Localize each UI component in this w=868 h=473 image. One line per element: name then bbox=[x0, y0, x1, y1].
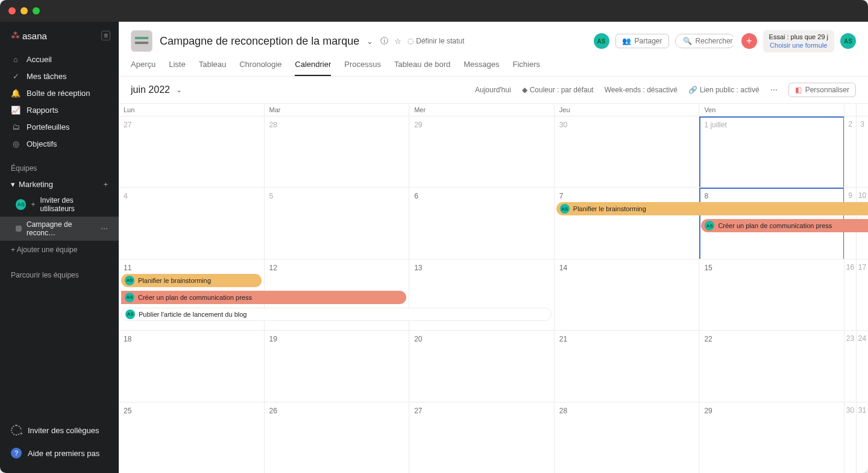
event-title: Planifier le brainstorming bbox=[573, 205, 646, 212]
calendar-cell[interactable]: 7 bbox=[554, 188, 699, 258]
day-number: 11 bbox=[124, 264, 131, 272]
add-team-button[interactable]: + Ajouter une équipe bbox=[0, 241, 119, 259]
minimize-window-icon[interactable] bbox=[20, 7, 28, 14]
assignee-avatar: AS bbox=[705, 221, 714, 230]
calendar-event[interactable]: ASPublier l'article de lancement du blog bbox=[121, 308, 552, 321]
share-button[interactable]: 👥 Partager bbox=[615, 34, 669, 48]
calendar-cell[interactable]: 20 bbox=[409, 331, 554, 401]
calendar-cell[interactable]: 14 bbox=[554, 259, 699, 330]
trial-link[interactable]: Choisir une formule bbox=[770, 42, 827, 49]
chart-icon: 📈 bbox=[11, 105, 20, 115]
teams-section-label: Équipes bbox=[0, 156, 119, 176]
nav-chart[interactable]: 📈Rapports bbox=[0, 101, 119, 118]
today-button[interactable]: Aujourd'hui bbox=[475, 86, 511, 94]
trial-banner[interactable]: Essai : plus que 29 j Choisir une formul… bbox=[763, 30, 834, 52]
calendar-cell[interactable]: 30 bbox=[554, 116, 699, 187]
add-button[interactable]: + bbox=[741, 33, 757, 49]
member-avatar[interactable]: AS bbox=[594, 33, 609, 49]
color-option[interactable]: ◆ Couleur : par défaut bbox=[522, 86, 594, 94]
calendar-cell[interactable]: 22 bbox=[699, 331, 844, 401]
calendar-event[interactable]: ASCréer un plan de communication press bbox=[121, 291, 406, 304]
day-number: 22 bbox=[704, 335, 712, 343]
calendar-cell[interactable]: 27 bbox=[409, 402, 554, 473]
close-window-icon[interactable] bbox=[8, 7, 16, 14]
nav-label: Objectifs bbox=[27, 139, 57, 148]
info-icon[interactable]: ⓘ bbox=[380, 36, 388, 46]
tabs-bar: AperçuListeTableauChronologieCalendrierP… bbox=[131, 60, 856, 76]
tab-tableau de bord[interactable]: Tableau de bord bbox=[394, 60, 450, 76]
user-avatar[interactable]: AS bbox=[840, 33, 856, 49]
day-number: 20 bbox=[414, 335, 422, 343]
more-options-icon[interactable]: ⋯ bbox=[770, 86, 778, 94]
search-box[interactable]: 🔍 bbox=[675, 34, 735, 48]
customize-button[interactable]: ◧ Personnaliser bbox=[788, 83, 856, 97]
set-status-button[interactable]: ◌ Définir le statut bbox=[407, 37, 464, 45]
calendar-cell[interactable]: 18 bbox=[119, 331, 264, 401]
maximize-window-icon[interactable] bbox=[33, 7, 40, 14]
calendar-cell[interactable]: 29 bbox=[409, 116, 554, 187]
weekend-cell: 16 bbox=[844, 259, 856, 330]
weekend-cell: 2 bbox=[844, 116, 856, 187]
help-button[interactable]: ? Aide et premiers pas bbox=[0, 442, 119, 465]
calendar-cell[interactable]: 6 bbox=[409, 188, 554, 258]
day-number: 28 bbox=[269, 121, 277, 129]
browse-teams-link[interactable]: Parcourir les équipes bbox=[0, 259, 119, 291]
window-titlebar bbox=[0, 0, 868, 22]
month-chevron-down-icon[interactable]: ⌄ bbox=[176, 86, 182, 94]
calendar-cell[interactable]: 1 juillet bbox=[699, 116, 844, 187]
calendar-cell[interactable]: 15 bbox=[699, 259, 844, 330]
calendar-cell[interactable]: 21 bbox=[554, 331, 699, 401]
calendar-cell[interactable]: 5 bbox=[264, 188, 409, 258]
day-number: 28 bbox=[559, 407, 567, 415]
team-row[interactable]: ▾Marketing + bbox=[0, 176, 119, 192]
event-title: Créer un plan de communication press bbox=[138, 294, 252, 301]
calendar-cell[interactable]: 27 bbox=[119, 116, 264, 187]
star-icon[interactable]: ☆ bbox=[394, 37, 401, 46]
nav-label: Mes tâches bbox=[27, 72, 66, 81]
nav-folder[interactable]: 🗂Portefeuilles bbox=[0, 118, 119, 135]
chevron-down-icon[interactable]: ⌄ bbox=[366, 37, 373, 46]
tab-calendrier[interactable]: Calendrier bbox=[295, 60, 331, 76]
app-name: asana bbox=[22, 31, 47, 41]
day-number: 29 bbox=[704, 407, 712, 415]
nav-bell[interactable]: 🔔Boîte de réception bbox=[0, 84, 119, 101]
day-number: 26 bbox=[269, 407, 277, 415]
sidebar-project-item[interactable]: Campagne de reconc… ⋯ bbox=[0, 217, 119, 241]
tab-liste[interactable]: Liste bbox=[169, 60, 185, 76]
tab-chronologie[interactable]: Chronologie bbox=[239, 60, 281, 76]
calendar-event[interactable]: ASPlanifier le brainstorming bbox=[556, 202, 868, 215]
calendar-event[interactable]: ASPlanifier le brainstorming bbox=[121, 274, 262, 287]
day-number: 18 bbox=[124, 335, 131, 343]
calendar-cell[interactable]: 26 bbox=[264, 402, 409, 473]
invite-icon bbox=[11, 425, 22, 436]
tab-fichiers[interactable]: Fichiers bbox=[513, 60, 541, 76]
search-input[interactable] bbox=[696, 37, 738, 45]
public-link-option[interactable]: 🔗 Lien public : activé bbox=[688, 86, 760, 94]
add-to-team-icon[interactable]: + bbox=[103, 180, 108, 189]
nav-home[interactable]: ⌂Accueil bbox=[0, 51, 119, 68]
more-icon[interactable]: ⋯ bbox=[101, 224, 108, 233]
tab-messages[interactable]: Messages bbox=[464, 60, 499, 76]
tab-processus[interactable]: Processus bbox=[344, 60, 381, 76]
calendar-cell[interactable]: 29 bbox=[699, 402, 844, 473]
weekend-cell: 23 bbox=[844, 331, 856, 401]
calendar-cell[interactable]: 28 bbox=[264, 116, 409, 187]
calendar-cell[interactable]: 4 bbox=[119, 188, 264, 258]
calendar-cell[interactable]: 28 bbox=[554, 402, 699, 473]
calendar-cell[interactable]: 19 bbox=[264, 331, 409, 401]
weekends-option[interactable]: Week-ends : désactivé bbox=[605, 86, 678, 94]
day-number: 13 bbox=[414, 264, 422, 272]
calendar-event[interactable]: ASCréer un plan de communication press bbox=[701, 219, 868, 232]
day-number: 8 bbox=[704, 192, 708, 200]
invite-users-row[interactable]: AS + Inviter des utilisateurs bbox=[0, 192, 119, 217]
app-logo[interactable]: ⁂ asana bbox=[11, 30, 47, 41]
nav-target[interactable]: ◎Objectifs bbox=[0, 135, 119, 152]
tab-tableau[interactable]: Tableau bbox=[199, 60, 227, 76]
collapse-sidebar-icon[interactable]: ≡ bbox=[101, 31, 110, 40]
project-icon bbox=[131, 30, 153, 52]
event-title: Créer un plan de communication press bbox=[718, 222, 832, 229]
nav-check[interactable]: ✓Mes tâches bbox=[0, 68, 119, 84]
invite-colleagues-button[interactable]: Inviter des collègues bbox=[0, 419, 119, 442]
calendar-cell[interactable]: 25 bbox=[119, 402, 264, 473]
tab-aperçu[interactable]: Aperçu bbox=[131, 60, 156, 76]
